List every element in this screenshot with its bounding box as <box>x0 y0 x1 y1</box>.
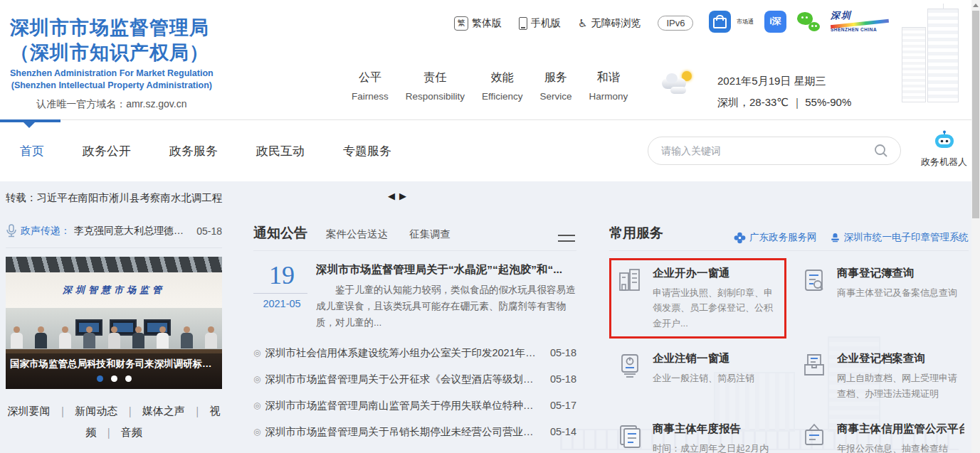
notice-row[interactable]: ◎ 深圳市市场监督管理局关于吊销长期停业未经营公司营业执照的公... 05-14 <box>253 419 576 445</box>
notices-panel: 通知公告 案件公告送达 征集调查 19 2021-05 深圳市市场监督管理局关于… <box>253 224 576 445</box>
site-logo[interactable]: 深圳市市场监督管理局 （深圳市知识产权局） Shenzhen Administr… <box>10 16 214 111</box>
carousel-caption[interactable]: 国家市场监管总局科技和财务司来深圳调研标识标... <box>6 358 222 371</box>
guangdong-gov-service-link[interactable]: 广东政务服务网 <box>734 231 817 244</box>
shenzhen-city-logo[interactable]: 深圳 SHENZHEN CHINA <box>831 11 892 32</box>
traditional-version-label: 繁体版 <box>472 17 502 30</box>
traditional-version-link[interactable]: 繁 繁体版 <box>454 16 502 31</box>
gov-robot-button[interactable]: 政务机器人 <box>921 130 967 169</box>
main-content: 转载：习近平在南阳市淅川县考察南水北调工程 ◀ ▶ 政声传递： 李克强同意大利总… <box>0 181 980 453</box>
value-responsibility: 责任Responsibility <box>406 70 465 102</box>
nav-item-home[interactable]: 首页 <box>20 143 44 159</box>
hanging-sign-icon <box>800 422 828 450</box>
value-harmony: 和谐Harmony <box>589 70 628 102</box>
link-news-updates[interactable]: 新闻动态 <box>75 405 117 417</box>
services-panel: 常用服务 广东政务服务网 深圳市统一电子印章管理 <box>609 224 969 453</box>
site-header: 深圳市市场监督管理局 （深圳市知识产权局） Shenzhen Administr… <box>0 0 980 120</box>
featured-date-block: 19 2021-05 <box>253 262 310 331</box>
notice-list: ◎ 深圳市社会信用体系建设统筹小组办公室关于印发2021年深圳市... 05-1… <box>253 340 576 445</box>
nav-item-special-services[interactable]: 专题服务 <box>343 143 391 159</box>
tab-surveys[interactable]: 征集调查 <box>409 228 451 241</box>
service-business-cancellation[interactable]: 企业注销一窗通 企业一般注销、简易注销 <box>609 343 786 409</box>
featured-notice-title[interactable]: 深圳市市场监督管理局关于“水晶泥”“起泡胶”和“... <box>316 262 576 277</box>
site-title-en-line2: (Shenzhen Intellectual Property Administ… <box>10 80 214 92</box>
link-media-voice[interactable]: 媒体之声 <box>142 405 185 417</box>
official-domain-note: 认准唯一官方域名：amr.sz.gov.cn <box>10 98 214 111</box>
scroll-up-arrow[interactable] <box>971 0 980 10</box>
tab-case-announcements[interactable]: 案件公告送达 <box>326 228 388 241</box>
service-credit-platform[interactable]: 商事主体信用监管公示平台 年报公示信息、抽查检查结果、经营异常名录等 <box>794 414 971 453</box>
bullet-icon: ◎ <box>253 427 260 437</box>
shenzhen-logo-en: SHENZHEN CHINA <box>831 27 892 32</box>
news-column: 政声传递： 李克强同意大利总理德拉吉通电... 05-18 深圳智慧市场监管 国… <box>6 224 222 443</box>
photo-wall-text: 深圳智慧市场监管 <box>63 284 165 297</box>
active-tab-indicator <box>0 119 60 122</box>
more-menu-icon[interactable] <box>558 230 575 246</box>
seal-icon <box>830 232 841 243</box>
link-audio[interactable]: 音频 <box>121 426 142 438</box>
featured-day: 19 <box>253 262 310 288</box>
accessibility-icon: ♿ <box>578 18 587 28</box>
carousel-dot-1[interactable] <box>97 375 103 382</box>
microphone-icon <box>6 224 17 238</box>
notices-title: 通知公告 <box>253 224 307 243</box>
pinwheel-icon <box>734 232 746 244</box>
utility-links: 繁 繁体版 手机版 ♿ 无障碍浏览 IPv6 <box>454 16 693 31</box>
mobile-version-label: 手机版 <box>531 17 561 30</box>
weather-icon <box>660 71 696 100</box>
photo-carousel[interactable]: 深圳智慧市场监管 国家市场监管总局科技和财务司来深圳调研标识标... <box>6 257 222 389</box>
value-fairness: 公平Fairness <box>352 70 389 102</box>
service-registry-search[interactable]: 商事登记簿查询 商事主体登记及备案信息查询 <box>794 258 971 339</box>
building-sketch <box>893 3 961 102</box>
search-input[interactable] <box>660 144 873 157</box>
ishenzhen-app-icon[interactable]: i深 <box>764 11 786 33</box>
accessibility-link[interactable]: ♿ 无障碍浏览 <box>578 17 641 30</box>
company-building-icon <box>616 266 644 294</box>
ticker-prev-icon[interactable]: ◀ <box>388 191 395 201</box>
notice-row[interactable]: ◎ 深圳市市场监督管理局南山监管局关于停用失联单位特种设备的公... 05-17 <box>253 393 576 419</box>
service-archive-search[interactable]: 企业登记档案查询 网上自助查档、网上受理申请查档、办理违法违规证明 <box>794 343 971 409</box>
search-box <box>648 137 901 165</box>
service-grid: 企业开办一窗通 申请营业执照、刻制印章、申领发票、员工参保登记、公积金开户...… <box>609 258 969 453</box>
ipv6-badge[interactable]: IPv6 <box>658 16 693 31</box>
archive-box-icon <box>800 351 828 380</box>
search-icon[interactable] <box>873 143 889 159</box>
accessibility-label: 无障碍浏览 <box>591 17 641 30</box>
voice-news-label: 政声传递： <box>21 225 70 238</box>
ticker-next-icon[interactable]: ▶ <box>399 191 406 201</box>
separator: ｜ <box>192 405 203 417</box>
link-shenzhen-news[interactable]: 深圳要闻 <box>7 405 50 417</box>
market-app-link[interactable]: 市场通 <box>709 11 754 33</box>
core-values: 公平Fairness 责任Responsibility 效能Efficiency… <box>352 70 628 102</box>
wechat-icon[interactable] <box>797 10 820 33</box>
featured-notice-summary: 鉴于儿童的认知能力较弱，类似食品的假水玩具很容易造成儿童误食，且该类玩具可能存在… <box>316 282 576 331</box>
traditional-icon: 繁 <box>454 16 468 31</box>
bullet-icon: ◎ <box>253 348 260 358</box>
notice-row[interactable]: ◎ 深圳市市场监督管理局关于公开征求《会议型酒店等级划分与评定... 05-18 <box>253 366 576 393</box>
gov-robot-label: 政务机器人 <box>921 156 967 169</box>
photo-people <box>10 326 218 351</box>
nav-item-gov-disclosure[interactable]: 政务公开 <box>83 143 131 159</box>
carousel-dot-2[interactable] <box>111 375 117 382</box>
notice-row[interactable]: ◎ 深圳市社会信用体系建设统筹小组办公室关于印发2021年深圳市... 05-1… <box>253 340 576 366</box>
featured-month: 2021-05 <box>253 298 310 309</box>
separator: ｜ <box>57 405 68 417</box>
mobile-version-link[interactable]: 手机版 <box>519 17 561 30</box>
ticker-headline[interactable]: 转载：习近平在南阳市淅川县考察南水北调工程 <box>6 191 223 205</box>
nav-item-interaction[interactable]: 政民互动 <box>256 143 305 159</box>
scrollbar-thumb[interactable] <box>972 11 979 218</box>
bullet-icon: ◎ <box>253 374 260 384</box>
carousel-caption-bar: 国家市场监管总局科技和财务司来深圳调研标识标... <box>6 353 222 389</box>
power-device-icon <box>616 351 644 380</box>
service-business-opening[interactable]: 企业开办一窗通 申请营业执照、刻制印章、申领发票、员工参保登记、公积金开户... <box>609 258 786 339</box>
voice-news-headline[interactable]: 李克强同意大利总理德拉吉通电... <box>74 225 189 238</box>
service-annual-report[interactable]: 商事主体年度报告 时间：成立周年之日起2月内 <box>609 414 786 453</box>
scrollbar[interactable] <box>971 0 980 453</box>
market-app-label: 市场通 <box>737 18 754 26</box>
voice-news-date: 05-18 <box>196 225 222 237</box>
carousel-dot-3[interactable] <box>125 375 132 382</box>
eseal-system-link[interactable]: 深圳市统一电子印章管理系统 <box>830 231 969 244</box>
nav-item-gov-services[interactable]: 政务服务 <box>169 143 218 159</box>
date-weather-info: 2021年5月19日 星期三 深圳，28-33℃ ｜ 55%-90% <box>717 70 851 113</box>
report-pages-icon <box>616 422 644 450</box>
carousel-dots <box>6 375 222 382</box>
